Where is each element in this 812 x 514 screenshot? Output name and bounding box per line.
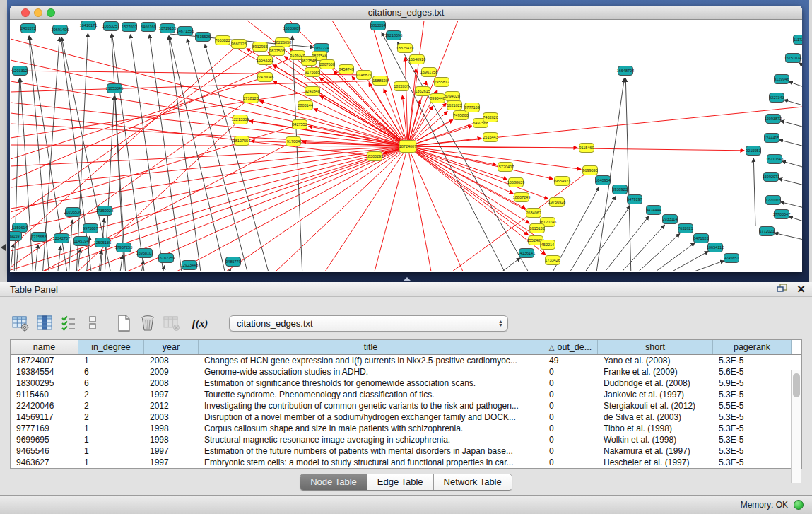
table-cell[interactable]: 5.3E-5 [713,389,792,400]
table-cell[interactable]: 1998 [144,423,199,434]
float-panel-icon[interactable] [777,283,787,296]
table-cell[interactable]: Genome-wide association studies in ADHD. [199,366,543,378]
table-row[interactable]: 946554611997Estimation of the future num… [11,445,801,457]
table-cell[interactable]: Franke et al. (2009) [598,366,713,378]
network-window-titlebar[interactable]: citations_edges.txt [10,6,802,20]
table-cell[interactable]: 2008 [144,355,199,366]
tab-network-table[interactable]: Network Table [433,474,512,490]
create-table-icon[interactable] [113,313,134,334]
table-cell[interactable]: 14569117 [11,411,78,423]
table-cell[interactable]: 5.6E-5 [713,366,792,378]
table-cell[interactable]: Tibbo et al. (1998) [598,423,713,434]
table-cell[interactable]: Yano et al. (2008) [598,355,713,366]
table-cell[interactable]: 1 [78,457,144,468]
column-header-title[interactable]: title [199,340,543,354]
table-cell[interactable]: Investigating the contribution of common… [199,400,543,411]
table-cell[interactable]: 0 [543,445,598,457]
table-cell[interactable]: Estimation of significance thresholds fo… [199,378,543,389]
table-cell[interactable]: 5.3E-5 [713,355,792,366]
table-cell[interactable]: 2012 [144,400,199,411]
table-cell[interactable]: Changes of HCN gene expression and I(f) … [199,355,543,366]
table-cell[interactable]: Disruption of a novel member of a sodium… [199,411,543,423]
table-cell[interactable]: Estimation of the future numbers of pati… [199,445,543,457]
table-cell[interactable]: 1 [78,355,144,366]
table-cell[interactable]: 2 [78,400,144,411]
table-row[interactable]: 969969511998Structural magnetic resonanc… [11,434,801,445]
tab-edge-table[interactable]: Edge Table [367,474,433,490]
row-height-icon[interactable] [82,313,103,334]
table-row[interactable]: 1830029562008Estimation of significance … [11,378,801,389]
table-cell[interactable]: 0 [543,400,598,411]
table-cell[interactable]: 0 [543,378,598,389]
table-cell[interactable]: 5.3E-5 [713,423,792,434]
table-row[interactable]: 977716911998Corpus callosum shape and si… [11,423,801,434]
table-cell[interactable]: 6 [78,366,144,378]
table-cell[interactable]: 5.3E-5 [713,445,792,457]
table-panel-titlebar[interactable]: Table Panel × [0,282,812,297]
table-cell[interactable]: 2009 [144,366,199,378]
table-cell[interactable]: Tourette syndrome. Phenomenology and cla… [199,389,543,400]
table-cell[interactable]: 6 [78,378,144,389]
memory-status-icon[interactable] [794,500,804,510]
table-row[interactable]: 1456911722003Disruption of a novel membe… [11,411,801,423]
table-cell[interactable]: 2 [78,411,144,423]
network-view[interactable]: 2405572206914061841617110653257152760264… [10,20,802,271]
table-cell[interactable]: Wolkin et al. (1998) [598,434,713,445]
table-cell[interactable]: 0 [543,457,598,468]
table-cell[interactable]: 0 [543,423,598,434]
table-row[interactable]: 911546021997Tourette syndrome. Phenomeno… [11,389,801,400]
table-cell[interactable]: 2003 [144,411,199,423]
table-cell[interactable]: 0 [543,434,598,445]
table-row[interactable]: 1872400712008Changes of HCN gene express… [11,355,801,366]
table-row[interactable]: 946362711997Embryonic stem cells: a mode… [11,457,801,468]
table-cell[interactable]: 1997 [144,445,199,457]
table-cell[interactable]: 0 [543,411,598,423]
vertical-scrollbar[interactable] [791,370,801,483]
splitter-handle[interactable] [403,277,411,281]
table-cell[interactable]: 1997 [144,457,199,468]
table-cell[interactable]: 0 [543,389,598,400]
table-cell[interactable]: Dudbridge et al. (2008) [598,378,713,389]
table-cell[interactable]: 9777169 [11,423,78,434]
table-cell[interactable]: de Silva et al. (2003) [598,411,713,423]
column-header-short[interactable]: short [598,340,713,354]
table-cell[interactable]: Embryonic stem cells: a model to study s… [199,457,543,468]
column-header-pagerank[interactable]: pagerank [713,340,792,354]
network-window[interactable]: citations_edges.txt 24055722069140618416… [10,6,802,272]
table-cell[interactable]: 49 [543,355,598,366]
table-cell[interactable]: 9465546 [11,445,78,457]
table-selector-dropdown[interactable]: citations_edges.txt ▲▼ [229,315,508,332]
close-panel-icon[interactable]: × [797,284,805,294]
table-cell[interactable]: 18724007 [11,355,78,366]
table-cell[interactable]: Corpus callosum shape and size in male p… [199,423,543,434]
table-cell[interactable]: 1 [78,445,144,457]
column-header-year[interactable]: year [144,340,199,354]
table-cell[interactable]: Nakamura et al. (1997) [598,445,713,457]
scrollbar-thumb[interactable] [793,373,800,397]
table-cell[interactable]: 1997 [144,389,199,400]
table-cell[interactable]: Structural magnetic resonance image aver… [199,434,543,445]
table-cell[interactable]: 1 [78,423,144,434]
network-canvas-svg[interactable]: 2405572206914061841617110653257152760264… [10,20,802,271]
collapse-left-arrow-icon[interactable] [1,244,6,251]
table-row[interactable]: 1938455462009Genome-wide association stu… [11,366,801,378]
table-cell[interactable]: 2008 [144,378,199,389]
table-cell[interactable]: 9699695 [11,434,78,445]
table-cell[interactable]: Hescheler et al. (1997) [598,457,713,468]
table-cell[interactable]: 19384554 [11,366,78,378]
table-cell[interactable]: 9463627 [11,457,78,468]
table-cell[interactable]: 0 [543,366,598,378]
table-cell[interactable]: Stergiakouli et al. (2012) [598,400,713,411]
table-cell[interactable]: 18300295 [11,378,78,389]
table-row[interactable]: 2242004622012Investigating the contribut… [11,400,801,411]
column-header-out_de[interactable]: △out_de... [543,340,598,354]
table-cell[interactable]: 2 [78,389,144,400]
table-cell[interactable]: 22420046 [11,400,78,411]
table-cell[interactable]: 5.5E-5 [713,400,792,411]
table-mode-icon[interactable] [10,313,31,334]
select-rows-icon[interactable] [58,313,79,334]
delete-table-icon[interactable] [137,313,158,334]
table-cell[interactable]: 1998 [144,434,199,445]
table-cell[interactable]: 5.3E-5 [713,411,792,423]
table-cell[interactable]: Jankovic et al. (1997) [598,389,713,400]
